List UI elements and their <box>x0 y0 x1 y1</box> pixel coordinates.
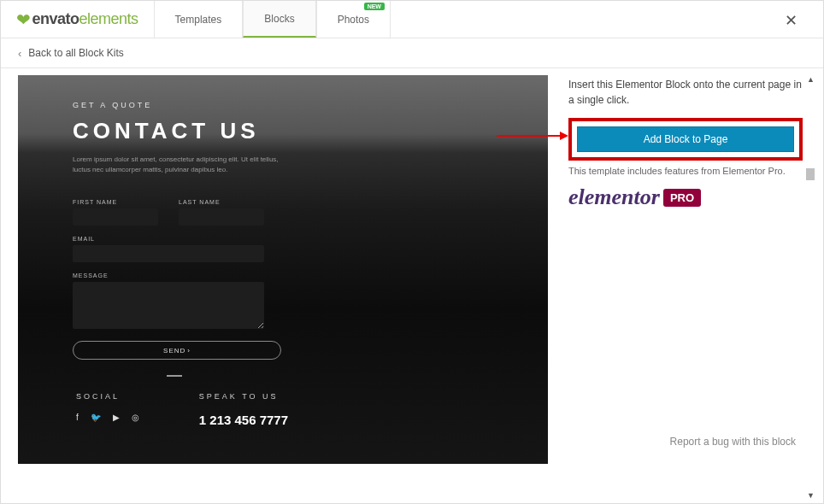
back-label: Back to all Block Kits <box>28 47 123 59</box>
back-link[interactable]: ‹ Back to all Block Kits <box>1 38 823 68</box>
email-input[interactable] <box>73 245 264 262</box>
report-bug-link[interactable]: Report a bug with this block <box>670 436 796 448</box>
message-label: MESSAGE <box>73 273 548 278</box>
intro-text: Insert this Elementor Block onto the cur… <box>568 77 803 108</box>
phone-number: 1 213 456 7777 <box>199 413 288 427</box>
social-column: SOCIAL f 🐦 ▶ ◎ <box>76 392 139 427</box>
instagram-icon[interactable]: ◎ <box>132 413 139 422</box>
form-row-name: FIRST NAME LAST NAME <box>73 199 548 226</box>
block-preview: GET A QUOTE CONTACT US Lorem ipsum dolor… <box>18 75 548 464</box>
tab-photos[interactable]: Photos NEW <box>316 1 391 38</box>
first-name-label: FIRST NAME <box>73 199 158 205</box>
elementor-pro-logo: elementor PRO <box>568 185 803 210</box>
close-icon[interactable]: ✕ <box>785 11 798 30</box>
first-name-group: FIRST NAME <box>73 199 158 226</box>
main-content: GET A QUOTE CONTACT US Lorem ipsum dolor… <box>1 68 823 504</box>
preview-pane: GET A QUOTE CONTACT US Lorem ipsum dolor… <box>1 68 556 504</box>
tab-label: Templates <box>175 14 222 26</box>
social-title: SOCIAL <box>76 392 139 401</box>
pro-note: This template includes features from Ele… <box>568 166 803 176</box>
first-name-input[interactable] <box>73 208 158 226</box>
facebook-icon[interactable]: f <box>76 413 79 422</box>
nav-tabs: Templates Blocks Photos NEW <box>154 1 391 38</box>
preview-description: Lorem ipsum dolor sit amet, consectetur … <box>73 155 295 175</box>
preview-footer: SOCIAL f 🐦 ▶ ◎ SPEAK TO US 1 213 456 777… <box>73 392 548 427</box>
send-button[interactable]: SEND › <box>73 341 281 360</box>
logo: ❤ envato elements <box>1 9 154 30</box>
add-block-button[interactable]: Add Block to Page <box>577 126 794 152</box>
chevron-right-icon: › <box>187 347 191 355</box>
preview-title: CONTACT US <box>73 118 548 144</box>
email-group: EMAIL <box>73 236 548 262</box>
scroll-up-arrow[interactable]: ▲ <box>807 75 815 84</box>
last-name-label: LAST NAME <box>179 199 264 205</box>
twitter-icon[interactable]: 🐦 <box>91 413 101 422</box>
tab-label: Photos <box>338 14 369 26</box>
message-group: MESSAGE <box>73 273 548 329</box>
logo-text-elements: elements <box>79 10 138 28</box>
tab-templates[interactable]: Templates <box>154 1 244 38</box>
highlight-annotation: Add Block to Page <box>568 118 803 161</box>
divider <box>167 375 182 377</box>
phone-column: SPEAK TO US 1 213 456 7777 <box>199 392 288 427</box>
pro-badge: PRO <box>663 189 701 207</box>
social-icons: f 🐦 ▶ ◎ <box>76 413 139 422</box>
speak-title: SPEAK TO US <box>199 392 288 401</box>
message-textarea[interactable] <box>73 282 264 329</box>
email-label: EMAIL <box>73 236 548 242</box>
side-panel: Insert this Elementor Block onto the cur… <box>556 68 823 504</box>
chevron-left-icon: ‹ <box>18 47 21 60</box>
send-label: SEND <box>163 347 185 355</box>
app-header: ❤ envato elements Templates Blocks Photo… <box>1 1 823 38</box>
scroll-down-arrow[interactable]: ▼ <box>807 491 815 500</box>
tab-label: Blocks <box>264 13 294 25</box>
logo-text-envato: envato <box>32 10 79 28</box>
last-name-group: LAST NAME <box>179 199 264 226</box>
tab-blocks[interactable]: Blocks <box>243 1 315 38</box>
elementor-text: elementor <box>568 185 660 210</box>
last-name-input[interactable] <box>179 208 264 226</box>
leaf-icon: ❤ <box>16 9 31 30</box>
scrollbar-thumb[interactable] <box>806 168 815 180</box>
preview-subtitle: GET A QUOTE <box>73 101 548 109</box>
arrow-annotation <box>497 135 567 137</box>
youtube-icon[interactable]: ▶ <box>113 413 120 422</box>
new-badge: NEW <box>364 3 385 10</box>
